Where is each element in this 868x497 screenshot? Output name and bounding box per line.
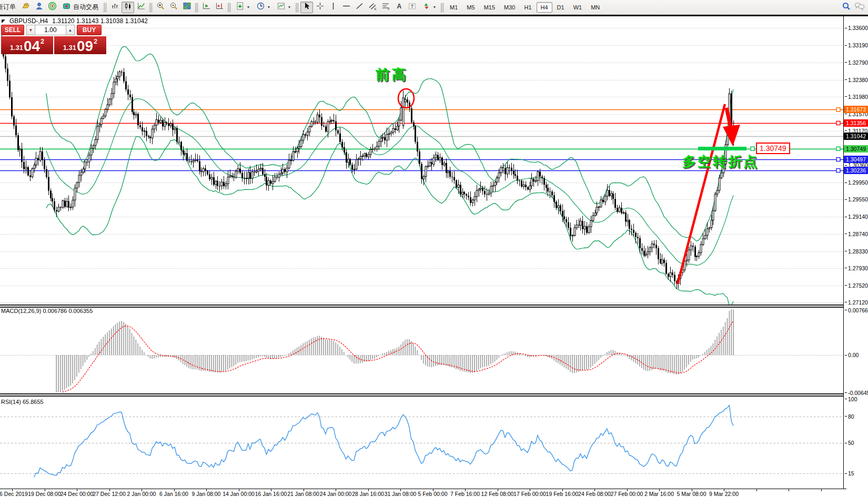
- price-tick-label: 1.28740: [845, 231, 868, 237]
- price-badge: 1.31356: [844, 119, 868, 127]
- toolbar-grip: [103, 3, 107, 12]
- toolbar: 新订单 自动交易 ▾ ▾: [0, 0, 868, 15]
- auto-scroll-button[interactable]: [200, 2, 213, 13]
- crosshair-button[interactable]: [314, 2, 326, 13]
- zoom-out-icon: [169, 2, 178, 13]
- pivot-point-note[interactable]: 多空转折点: [682, 153, 759, 171]
- timeframe-button-H4[interactable]: H4: [537, 2, 552, 13]
- price-tick-label: 1.31980: [845, 94, 868, 99]
- macd-tick-label: 0.00: [845, 352, 859, 358]
- signals-button[interactable]: [46, 2, 58, 13]
- zoom-out-button[interactable]: [167, 2, 180, 13]
- text-label-icon: T: [408, 2, 417, 13]
- fibonacci-button[interactable]: F: [379, 2, 392, 13]
- text-label-button[interactable]: T: [406, 2, 418, 13]
- rsi-label: RSI(14) 65.8655: [1, 399, 44, 405]
- price-tick-label: 1.33190: [845, 43, 868, 48]
- text-button[interactable]: A: [392, 2, 405, 13]
- price-tick-label: 1.27930: [845, 265, 868, 271]
- price-badge: 1.30236: [844, 167, 868, 174]
- time-axis[interactable]: 16 Dec 201919 Dec 08:0024 Dec 00:0027 De…: [0, 489, 868, 497]
- zoom-in-button[interactable]: [154, 2, 167, 13]
- chat-icon: [854, 2, 865, 13]
- timeframe-button-MN[interactable]: MN: [587, 2, 604, 13]
- text-icon: A: [395, 2, 403, 13]
- time-label: 31 Jan 08:00: [382, 491, 418, 497]
- periods-button[interactable]: ▾: [253, 2, 273, 13]
- chevron-down-icon: ▾: [247, 5, 249, 9]
- add-indicator-icon: [236, 2, 245, 13]
- candlestick-chart-button[interactable]: [122, 2, 134, 13]
- time-label: 2 Jan 00:00: [124, 491, 159, 497]
- buy-button[interactable]: BUY: [77, 25, 102, 35]
- sell-price-sup: 2: [41, 37, 44, 45]
- line-chart-icon: [137, 2, 146, 13]
- equidistant-channel-button[interactable]: E: [366, 2, 379, 13]
- bar-chart-icon: [110, 2, 119, 13]
- autotrade-button[interactable]: 自动交易: [59, 2, 102, 13]
- pivot-highlight-bar[interactable]: [698, 147, 746, 150]
- templates-button[interactable]: ▾: [274, 2, 294, 13]
- trendline-button[interactable]: [353, 2, 366, 13]
- chart-shift-button[interactable]: [213, 2, 226, 13]
- price-tick-label: 1.33600: [845, 25, 868, 31]
- toolbar-grip: [149, 3, 153, 12]
- volume-input[interactable]: [35, 25, 66, 35]
- chat-button[interactable]: [853, 2, 866, 13]
- timeframe-bar: M1M5M15M30H1H4D1W1MN: [446, 2, 604, 13]
- cursor-button[interactable]: [300, 2, 313, 13]
- gold-button[interactable]: [19, 2, 32, 13]
- auto-scroll-icon: [202, 2, 211, 13]
- bar-chart-button[interactable]: [108, 2, 121, 13]
- search-icon: [842, 2, 851, 13]
- timeframe-button-M1[interactable]: M1: [446, 2, 462, 13]
- toolbar-grip: [195, 3, 198, 12]
- sell-button[interactable]: SELL: [1, 25, 24, 35]
- timeframe-button-W1[interactable]: W1: [569, 2, 587, 13]
- macd-label: MACD(12,26,9) 0.006786 0.006355: [1, 308, 93, 314]
- chevron-down-icon: ▾: [288, 5, 290, 9]
- new-order-button[interactable]: 新订单: [0, 2, 19, 13]
- time-label: 9 Jan 08:00: [188, 491, 224, 497]
- sell-price-box[interactable]: 1.31 04 2: [1, 36, 53, 54]
- price-badge: 1.30497: [844, 156, 868, 163]
- timeframe-button-D1[interactable]: D1: [553, 2, 569, 13]
- rsi-tick-label: 80: [845, 413, 854, 419]
- price-badge: 1.30749: [844, 145, 868, 153]
- volume-decrease-button[interactable]: ▼: [26, 25, 35, 35]
- community-button[interactable]: [33, 2, 45, 13]
- toolbar-grip: [440, 3, 444, 12]
- price-callout[interactable]: 1.30749: [756, 143, 790, 154]
- one-click-collapse-icon[interactable]: ◤: [2, 18, 5, 24]
- indicators-button[interactable]: ▾: [233, 2, 253, 13]
- tile-windows-icon: [183, 2, 191, 13]
- volume-increase-button[interactable]: ▲: [66, 25, 75, 35]
- pane-separator[interactable]: [0, 393, 843, 397]
- timeframe-button-M15[interactable]: M15: [480, 2, 499, 13]
- sell-price-prefix: 1.31: [10, 44, 23, 52]
- price-tick-label: 1.29140: [845, 214, 868, 220]
- pane-separator[interactable]: [0, 305, 843, 308]
- macd-indicator-pane[interactable]: [0, 308, 843, 393]
- previous-high-note[interactable]: 前高: [376, 65, 408, 84]
- arrows-button[interactable]: ▾: [419, 2, 439, 13]
- rsi-indicator-pane[interactable]: [0, 397, 843, 489]
- timeframe-button-H1[interactable]: H1: [520, 2, 536, 13]
- chart-shift-icon: [215, 2, 224, 13]
- chart-symbol-period: GBPUSD-,H4: [9, 17, 48, 25]
- line-chart-button[interactable]: [135, 2, 147, 13]
- timeframe-button-M5[interactable]: M5: [462, 2, 479, 13]
- timeframe-button-M30[interactable]: M30: [500, 2, 519, 13]
- buy-price-box[interactable]: 1.31 09 2: [54, 36, 106, 54]
- time-label: 27 Dec 12:00: [92, 491, 127, 497]
- horizontal-line-button[interactable]: [340, 2, 352, 13]
- price-tick-label: 1.29950: [845, 180, 868, 186]
- cursor-icon: [302, 2, 311, 13]
- toolbar-grip: [227, 3, 231, 12]
- vertical-line-button[interactable]: [327, 2, 339, 13]
- one-click-trading-panel: SELL ▼ ▲ BUY 1.31 04 2 1.31 09 2: [1, 25, 108, 54]
- time-label: 9 Mar 22:00: [706, 491, 742, 497]
- symbol-search-button[interactable]: [840, 2, 853, 13]
- tile-windows-button[interactable]: [180, 2, 193, 13]
- gold-icon: [22, 2, 31, 13]
